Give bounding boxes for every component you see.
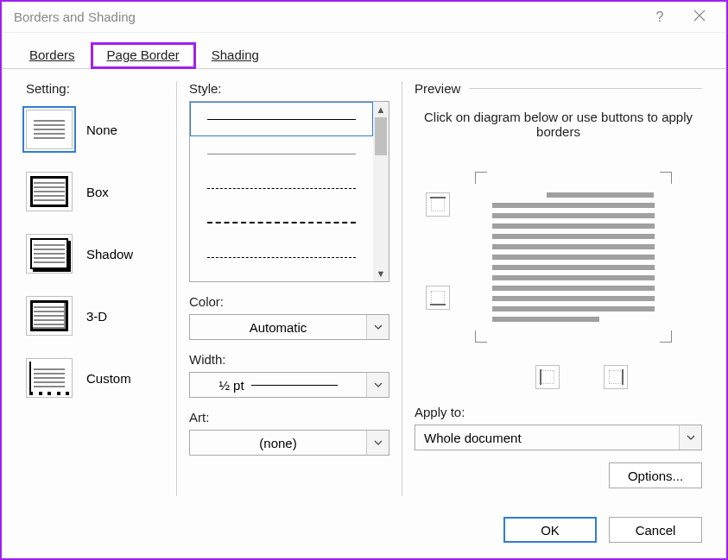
width-drop-icon[interactable] [366,373,389,397]
style-thin[interactable] [190,136,373,171]
style-solid[interactable] [190,102,373,136]
color-drop-icon[interactable] [366,315,389,339]
style-listbox[interactable]: ▲ ▼ [189,101,389,282]
setting-3d-label: 3-D [86,309,107,324]
style-scrollbar[interactable]: ▲ ▼ [373,102,389,281]
setting-shadow[interactable]: Shadow [26,234,164,274]
setting-3d-icon [26,296,73,336]
setting-3d[interactable]: 3-D [26,296,164,336]
width-line-icon [251,385,338,386]
style-dash[interactable] [190,205,373,240]
close-icon [693,9,706,25]
ok-button[interactable]: OK [503,517,597,543]
apply-to-label: Apply to: [415,405,702,419]
separator [402,81,402,496]
art-label: Art: [189,410,389,425]
window-title: Borders and Shading [14,9,136,24]
art-value: (none) [190,436,366,450]
style-label: Style: [189,81,389,96]
setting-label: Setting: [26,81,164,96]
width-value: ½ pt [190,378,366,393]
color-value: Automatic [190,320,366,335]
setting-shadow-icon [26,234,73,274]
scroll-up-icon[interactable]: ▲ [373,102,389,117]
border-right-button[interactable] [604,365,628,389]
setting-none[interactable]: None [26,110,164,149]
setting-none-label: None [86,123,117,137]
close-button[interactable] [680,2,719,32]
scrollbar-thumb[interactable] [375,117,387,155]
border-bottom-button[interactable] [426,286,450,310]
tab-page-border[interactable]: Page Border [91,42,196,69]
preview-hint: Click on diagram below or use buttons to… [423,110,693,139]
width-combo[interactable]: ½ pt [189,372,389,398]
setting-none-icon [26,110,73,149]
tab-bar: Borders Page Border Shading [2,33,726,69]
setting-custom[interactable]: Custom [26,358,164,398]
style-dash-dot[interactable] [190,240,373,274]
apply-section: Apply to: Whole document Options... [415,405,702,488]
preview-label: Preview [415,81,460,96]
tab-shading[interactable]: Shading [196,42,275,69]
apply-to-drop-icon[interactable] [679,425,701,450]
style-fine-dash[interactable] [190,171,373,205]
border-top-button[interactable] [426,192,450,217]
setting-box-label: Box [86,185,109,199]
dialog-footer: OK Cancel [2,508,726,558]
art-combo[interactable]: (none) [189,430,389,456]
setting-shadow-label: Shadow [86,247,133,261]
style-section: Style: ▲ ▼ Color: Automatic [189,81,389,496]
apply-to-combo[interactable]: Whole document [415,425,702,450]
color-label: Color: [189,294,389,309]
options-button[interactable]: Options... [609,462,702,488]
preview-section: Preview Click on diagram below or use bu… [415,81,702,496]
preview-page-icon [487,184,660,330]
color-combo[interactable]: Automatic [189,314,389,340]
preview-diagram[interactable] [461,158,702,356]
setting-custom-label: Custom [86,371,131,386]
setting-custom-icon [26,358,73,398]
scroll-down-icon[interactable]: ▼ [373,266,389,281]
setting-box[interactable]: Box [26,172,164,211]
titlebar: Borders and Shading ? [2,2,726,33]
tab-borders[interactable]: Borders [14,42,91,69]
border-left-button[interactable] [535,365,560,389]
width-label: Width: [189,352,389,367]
cancel-button[interactable]: Cancel [609,517,702,543]
setting-section: Setting: None Box [26,81,164,496]
setting-box-icon [26,172,73,211]
separator [176,81,177,496]
borders-shading-dialog: Borders and Shading ? Borders Page Borde… [0,0,728,560]
apply-to-value: Whole document [415,431,679,445]
help-button[interactable]: ? [640,2,680,32]
art-drop-icon[interactable] [366,431,389,455]
